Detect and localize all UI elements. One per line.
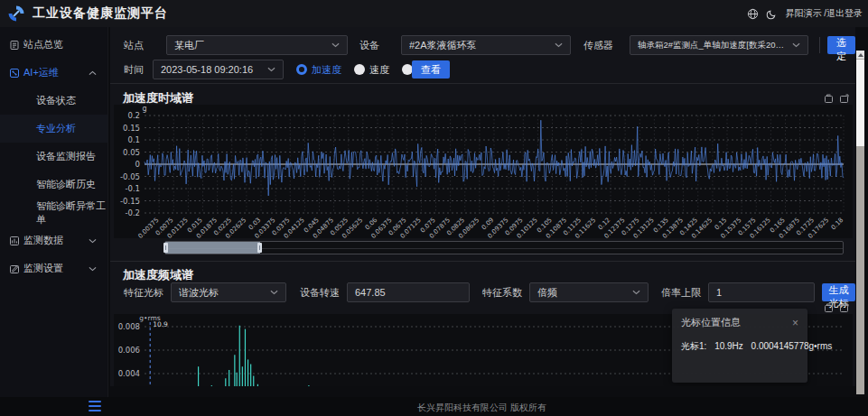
view-button[interactable]: 查看 bbox=[412, 60, 450, 79]
sidebar-item-4[interactable]: 设备监测报告 bbox=[0, 143, 107, 171]
chevron-down-icon bbox=[632, 290, 640, 295]
x-tick-label: 0.18 bbox=[830, 217, 845, 232]
chevron-up-icon[interactable] bbox=[89, 70, 97, 76]
sidebar-item-label: 设备监测报告 bbox=[36, 150, 96, 163]
datazoom-slider[interactable] bbox=[164, 241, 844, 254]
scroll-up-arrow[interactable] bbox=[856, 51, 864, 59]
radio-label-1[interactable]: 速度 bbox=[369, 63, 389, 77]
save-as-image-icon[interactable] bbox=[839, 303, 849, 313]
confirm-select-button[interactable]: 选定 bbox=[827, 36, 855, 54]
y-tick-label: 0.006 bbox=[118, 346, 140, 355]
app-footer: 长兴昇阳科技有限公司 版权所有 bbox=[0, 397, 868, 416]
sidebar-item-3[interactable]: 专业分析 bbox=[0, 115, 107, 143]
save-as-image-icon[interactable] bbox=[839, 94, 849, 104]
sidebar-item-label: 站点总览 bbox=[23, 38, 63, 51]
device-speed-input[interactable] bbox=[347, 282, 470, 302]
y-tick-label: -0.2 bbox=[125, 208, 140, 217]
ratio-limit-input[interactable] bbox=[708, 282, 815, 302]
sensor-select[interactable]: 轴承箱2#监测点_单轴加速度[数采20221031001_channel_1] bbox=[630, 35, 808, 55]
cursor-entry-value: 0.0004145778g•rms bbox=[751, 341, 833, 351]
radio-0-selected[interactable] bbox=[296, 64, 307, 75]
y-tick-label: 0.1 bbox=[127, 135, 140, 144]
analysis-panel: 站点 某电厂 设备 #2A浆液循环泵 传感器 轴承箱2#监测点_单轴加速度[数采… bbox=[110, 27, 855, 386]
sidebar-item-label: 智能诊断历史 bbox=[36, 178, 96, 191]
cursor-info-title: 光标位置信息 bbox=[681, 316, 741, 329]
app-root: 工业设备健康监测平台 昇阳演示 /退出登录 站点总览AI+运维设备状态专业分析设… bbox=[0, 0, 868, 416]
cursor-type-select[interactable]: 谐波光标 bbox=[171, 282, 286, 302]
chevron-down-icon bbox=[331, 42, 340, 48]
cursor-info-entry: 光标1: 10.9Hz 0.0004145778g•rms bbox=[681, 340, 798, 353]
vertical-scrollbar-thumb[interactable] bbox=[856, 60, 864, 146]
sidebar-item-label: 设备状态 bbox=[36, 94, 76, 107]
cursor-entry-freq: 10.9Hz bbox=[714, 341, 743, 351]
sensor-select-value: 轴承箱2#监测点_单轴加速度[数采20221031001_channel_1] bbox=[638, 40, 787, 51]
filter-divider bbox=[819, 37, 820, 53]
sidebar-item-6[interactable]: 智能诊断异常工单 bbox=[0, 199, 107, 226]
time-label: 时间 bbox=[124, 63, 144, 77]
sidebar-item-2[interactable]: 设备状态 bbox=[0, 87, 107, 115]
sidebar-item-0[interactable]: 站点总览 bbox=[0, 31, 107, 59]
time-domain-chart-area: 0.003750.00750.011250.0150.018750.02250.… bbox=[114, 105, 853, 238]
sidebar-item-label: 监测设置 bbox=[23, 262, 63, 275]
sidebar-item-5[interactable]: 智能诊断历史 bbox=[0, 171, 107, 199]
y-tick-label: 0.2 bbox=[127, 111, 140, 120]
device-select[interactable]: #2A浆液循环泵 bbox=[401, 35, 571, 55]
cursor-type-label: 特征光标 bbox=[124, 286, 163, 300]
sidebar-item-1[interactable]: AI+运维 bbox=[0, 59, 107, 87]
datazoom-right-handle[interactable] bbox=[257, 243, 262, 253]
header-actions: 昇阳演示 /退出登录 bbox=[747, 0, 863, 27]
sidebar-item-label: 智能诊断异常工单 bbox=[36, 199, 107, 226]
feature-coef-value: 倍频 bbox=[537, 286, 627, 300]
chevron-down-icon[interactable] bbox=[89, 266, 97, 272]
chevron-down-icon bbox=[267, 67, 275, 72]
vertical-scrollbar[interactable] bbox=[856, 51, 864, 394]
y-tick-label: 0.008 bbox=[118, 322, 140, 331]
device-select-value: #2A浆液循环泵 bbox=[409, 39, 549, 52]
restore-icon[interactable] bbox=[824, 303, 834, 313]
chevron-down-icon bbox=[792, 42, 800, 48]
sidebar: 站点总览AI+运维设备状态专业分析设备监测报告智能诊断历史智能诊断异常工单监测数… bbox=[0, 27, 108, 397]
site-select-value: 某电厂 bbox=[174, 39, 326, 52]
radio-label-0[interactable]: 加速度 bbox=[312, 63, 341, 77]
y-axis-unit: g bbox=[142, 105, 146, 113]
logout-link[interactable]: /退出登录 bbox=[824, 8, 863, 18]
sidebar-item-7[interactable]: 监测数据 bbox=[0, 226, 107, 254]
sensor-label: 传感器 bbox=[583, 39, 613, 52]
freq-domain-title: 加速度频域谱 bbox=[123, 267, 193, 283]
brand-logo-icon bbox=[7, 5, 25, 23]
datazoom-selected-range[interactable] bbox=[165, 242, 260, 254]
restore-icon[interactable] bbox=[824, 94, 834, 104]
site-label: 站点 bbox=[124, 39, 144, 52]
monitor-data-icon bbox=[9, 236, 20, 246]
y-tick-label: 0.05 bbox=[123, 148, 140, 157]
sidebar-item-label: 监测数据 bbox=[23, 234, 63, 247]
y-tick-label: -0.1 bbox=[125, 184, 140, 193]
y-tick-label: 0.15 bbox=[123, 124, 140, 133]
demo-account-link[interactable]: 昇阳演示 bbox=[785, 8, 821, 18]
time-domain-chart[interactable]: 0.003750.00750.011250.0150.018750.02250.… bbox=[114, 105, 853, 238]
theme-moon-icon[interactable] bbox=[766, 8, 778, 20]
chevron-down-icon[interactable] bbox=[89, 238, 97, 244]
y-tick-label: 0.004 bbox=[118, 369, 140, 378]
y-tick-label: -0.15 bbox=[120, 197, 140, 206]
site-select[interactable]: 某电厂 bbox=[166, 35, 348, 55]
main-content: 站点 某电厂 设备 #2A浆液循环泵 传感器 轴承箱2#监测点_单轴加速度[数采… bbox=[108, 27, 868, 397]
cursor-info-panel: 光标位置信息 × 光标1: 10.9Hz 0.0004145778g•rms bbox=[672, 309, 807, 383]
feature-coef-select[interactable]: 倍频 bbox=[529, 282, 649, 302]
monitor-settings-icon bbox=[9, 263, 20, 274]
feature-coef-label: 特征系数 bbox=[482, 286, 522, 300]
generate-cursor-button[interactable]: 生成光标 bbox=[822, 283, 855, 301]
close-icon[interactable]: × bbox=[792, 318, 798, 328]
y-tick-label: -0.05 bbox=[120, 172, 140, 181]
datazoom-left-handle[interactable] bbox=[163, 243, 168, 253]
sidebar-item-label: 专业分析 bbox=[36, 122, 76, 135]
ratio-limit-label: 倍率上限 bbox=[661, 286, 701, 300]
sidebar-collapse-icon[interactable] bbox=[89, 401, 101, 411]
cursor-type-value: 谐波光标 bbox=[179, 286, 265, 300]
language-globe-icon[interactable] bbox=[747, 8, 759, 20]
cursor-entry-label: 光标1: bbox=[681, 341, 706, 351]
radio-1[interactable] bbox=[354, 64, 365, 75]
sidebar-item-8[interactable]: 监测设置 bbox=[0, 254, 107, 282]
datazoom-track-line bbox=[165, 248, 843, 249]
time-select[interactable]: 2023-05-18 09:20:16 bbox=[153, 60, 284, 79]
